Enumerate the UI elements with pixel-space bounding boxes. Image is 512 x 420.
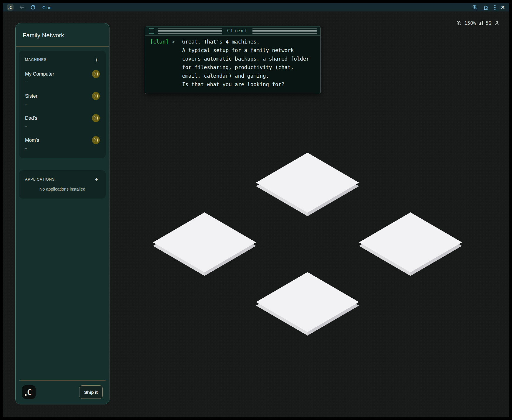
machine-name: Mom's: [25, 137, 39, 143]
machines-panel: MACHINES + My Computer ! – Sister ! –: [19, 51, 106, 158]
prompt-symbol: >: [172, 39, 175, 45]
machine-status: –: [25, 101, 100, 106]
zoom-in-icon[interactable]: [472, 4, 478, 10]
status-bar: 150% 5G: [456, 20, 500, 26]
machine-row-moms[interactable]: Mom's ! –: [25, 136, 100, 150]
terminal-text: covers automatic backups, a shared folde…: [182, 55, 309, 63]
clan-logo-dot: [8, 9, 9, 10]
machine-status: –: [25, 79, 100, 84]
platform-top-face: [359, 212, 462, 272]
clan-logo-glyph: C: [9, 5, 12, 9]
signal-bars-icon: [479, 21, 483, 25]
clan-logo: C: [22, 385, 36, 399]
person-icon[interactable]: [494, 20, 500, 26]
back-icon[interactable]: [19, 4, 25, 10]
sidebar-divider: [16, 46, 109, 47]
zoom-level-value: 150%: [464, 20, 476, 26]
terminal-line: email, calendar) and gaming.: [150, 72, 316, 80]
machine-row-sister[interactable]: Sister ! –: [25, 92, 100, 106]
platform-top-face: [153, 212, 256, 272]
platform-top-face: [256, 272, 359, 332]
menu-kebab-icon[interactable]: [494, 5, 495, 10]
terminal-text: for filesharing, productivity (chat,: [182, 63, 294, 72]
add-application-button[interactable]: +: [93, 176, 100, 183]
titlebar-stripes-left: [158, 29, 222, 34]
app-window: C Clan ✕ 150% 5G: [0, 0, 512, 420]
machine-platform-tile-top[interactable]: [256, 153, 359, 216]
close-icon[interactable]: ✕: [501, 4, 505, 11]
machine-row-my-computer[interactable]: My Computer ! –: [25, 70, 100, 84]
window-box-icon[interactable]: [149, 28, 154, 34]
warning-icon: !: [92, 114, 100, 122]
terminal-line: for filesharing, productivity (chat,: [150, 63, 316, 72]
sidebar-footer: C Ship it: [19, 380, 106, 404]
terminal-text: Is that what you are looking for?: [182, 80, 285, 89]
applications-header: APPLICATIONS: [25, 177, 55, 181]
main-canvas: 150% 5G Family Network MACHINES + My Com: [3, 11, 509, 417]
applications-panel: APPLICATIONS + No applications installed: [19, 170, 106, 199]
clan-logo-dot: [25, 394, 26, 396]
clan-app-icon: C: [7, 4, 14, 11]
refresh-icon[interactable]: [30, 4, 36, 10]
clan-logo-glyph: C: [27, 388, 32, 396]
machine-name: Sister: [25, 93, 37, 99]
terminal-line: [clan] > Great. That's 4 machines.: [150, 38, 316, 46]
machine-platform-tile-left[interactable]: [153, 212, 256, 276]
machine-status: –: [25, 146, 100, 150]
applications-empty-state: No applications installed: [25, 187, 100, 191]
terminal-line: Is that what you are looking for?: [150, 80, 316, 89]
machine-name: My Computer: [25, 71, 54, 77]
machines-header: MACHINES: [25, 58, 46, 62]
client-terminal-window: Client [clan] > Great. That's 4 machines…: [145, 26, 321, 94]
machine-platform-tile-right[interactable]: [359, 212, 462, 276]
terminal-text: email, calendar) and gaming.: [182, 72, 269, 80]
machine-name: Dad's: [25, 115, 37, 121]
titlebar: C Clan ✕: [3, 3, 509, 12]
terminal-line: A typical setup for a family network: [150, 46, 316, 55]
sidebar-title: Family Network: [23, 32, 102, 39]
platform-top-face: [256, 153, 359, 213]
sidebar-family-network: Family Network MACHINES + My Computer ! …: [15, 23, 109, 404]
terminal-text: A typical setup for a family network: [182, 46, 294, 55]
extensions-puzzle-icon[interactable]: [483, 4, 489, 10]
ship-it-button[interactable]: Ship it: [79, 385, 103, 399]
client-terminal-output: [clan] > Great. That's 4 machines. A typ…: [145, 36, 320, 92]
sidebar-header: Family Network: [16, 23, 109, 46]
zoom-level-icon: [456, 20, 462, 26]
client-window-titlebar[interactable]: Client: [145, 26, 320, 36]
network-label: 5G: [486, 20, 491, 26]
client-window-title: Client: [226, 28, 249, 34]
machine-platform-tile-bottom[interactable]: [256, 272, 359, 336]
add-machine-button[interactable]: +: [93, 56, 100, 63]
terminal-text: Great. That's 4 machines.: [182, 38, 260, 46]
prompt-context: [clan]: [150, 39, 169, 45]
titlebar-stripes-right: [252, 29, 317, 34]
machine-row-dads[interactable]: Dad's ! –: [25, 114, 100, 128]
warning-icon: !: [92, 92, 100, 100]
machine-status: –: [25, 124, 100, 128]
tab-title[interactable]: Clan: [42, 5, 51, 10]
terminal-line: covers automatic backups, a shared folde…: [150, 55, 316, 63]
warning-icon: !: [92, 136, 100, 144]
warning-icon: !: [92, 70, 100, 78]
